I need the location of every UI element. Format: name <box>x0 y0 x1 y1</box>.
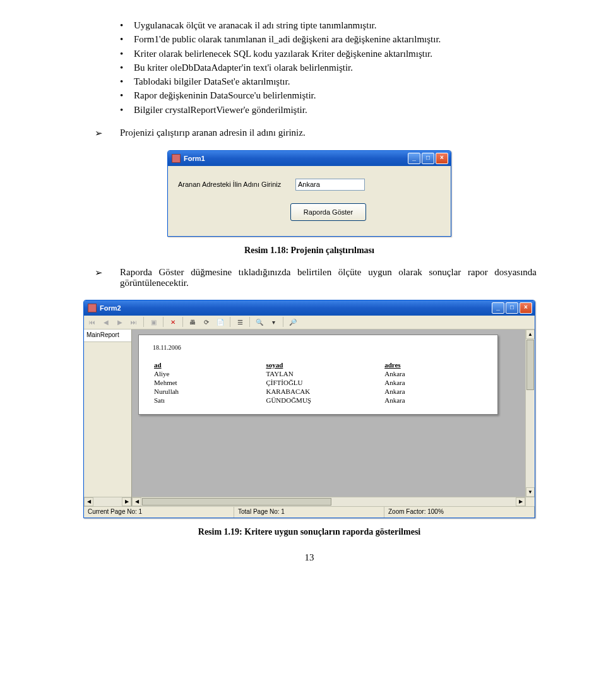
report-toolbar: ⏮ ◀ ▶ ⏭ ▣ ✕ 🖶 ⟳ 📄 ☰ 🔍 ▾ 🔎 <box>84 316 535 329</box>
last-page-icon[interactable]: ⏭ <box>128 316 140 328</box>
zoom-icon[interactable]: 🔍 <box>254 316 265 328</box>
scroll-corner <box>525 497 535 506</box>
scroll-left-icon[interactable]: ◀ <box>84 497 93 506</box>
report-area: MainReport ◀ ▶ 18.11.2006 ad soyad adres <box>84 329 535 506</box>
bullet-list: •Uygulanacak ölçüt ve aranacak il adı st… <box>120 19 537 116</box>
maximize-button[interactable]: □ <box>422 153 434 164</box>
status-current-page: Current Page No: 1 <box>84 507 234 518</box>
form1-window: Form1 _ □ × Aranan Adresteki İlin Adını … <box>167 150 451 237</box>
stop-icon[interactable]: ✕ <box>167 316 179 328</box>
minimize-button[interactable]: _ <box>492 302 504 314</box>
report-vscrollbar[interactable]: ▲ ▼ <box>525 329 535 497</box>
scroll-right-icon[interactable]: ▶ <box>516 497 525 506</box>
goto-page-icon[interactable]: ▣ <box>148 316 159 328</box>
instruction-click-button: ➢ Raporda Göster düğmesine tıkladığınızd… <box>95 267 537 288</box>
form1-titlebar[interactable]: Form1 _ □ × <box>168 151 451 166</box>
close-button[interactable]: × <box>436 153 448 164</box>
scroll-left-icon[interactable]: ◀ <box>132 497 141 506</box>
table-row: NurullahKARABACAKAnkara <box>154 388 482 395</box>
left-scrollbar[interactable]: ◀ ▶ <box>84 497 131 506</box>
main-report-tab[interactable]: MainReport <box>84 329 131 342</box>
refresh-icon[interactable]: ⟳ <box>201 316 212 328</box>
instruction-run-project: ➢ Projenizi çalıştırıp aranan adresin il… <box>95 128 537 139</box>
report-table: ad soyad adres AliyeTAYLANAnkara MehmetÇ… <box>153 360 484 405</box>
form2-window: Form2 _ □ × ⏮ ◀ ▶ ⏭ ▣ ✕ 🖶 ⟳ 📄 ☰ 🔍 ▾ 🔎 Ma… <box>83 300 535 518</box>
caption-1-19: Resim 1.19: Kritere uygun sonuçların rap… <box>82 527 537 537</box>
zoom-dropdown-icon[interactable]: ▾ <box>268 316 279 328</box>
maximize-button[interactable]: □ <box>506 302 518 314</box>
print-icon[interactable]: 🖶 <box>187 316 198 328</box>
scroll-right-icon[interactable]: ▶ <box>122 497 131 506</box>
bullet-item: •Uygulanacak ölçüt ve aranacak il adı st… <box>120 19 537 32</box>
find-icon[interactable]: 🔎 <box>287 316 299 328</box>
scroll-down-icon[interactable]: ▼ <box>526 487 535 497</box>
bullet-item: •Rapor değişkeninin DataSource'u belirle… <box>120 89 537 102</box>
bullet-item: •Bilgiler crystalReportViewer'e gönderil… <box>120 104 537 116</box>
prev-page-icon[interactable]: ◀ <box>100 316 112 328</box>
raporda-goster-button[interactable]: Raporda Göster <box>290 203 366 221</box>
form2-title: Form2 <box>100 304 490 312</box>
scroll-up-icon[interactable]: ▲ <box>526 329 535 339</box>
form2-titlebar[interactable]: Form2 _ □ × <box>84 300 535 316</box>
page-number: 13 <box>82 552 537 563</box>
minimize-button[interactable]: _ <box>408 153 420 164</box>
scroll-thumb[interactable] <box>142 498 331 506</box>
report-paper: 18.11.2006 ad soyad adres AliyeTAYLANAnk… <box>138 335 498 415</box>
table-row: MehmetÇİFTİOĞLUAnkara <box>154 379 482 386</box>
table-row: SatıGÜNDOĞMUŞAnkara <box>154 396 482 404</box>
caption-1-18: Resim 1.18: Projenin çalıştırılması <box>82 246 537 256</box>
input-label: Aranan Adresteki İlin Adını Giriniz <box>178 181 295 188</box>
scroll-thumb[interactable] <box>526 340 534 390</box>
group-tree-icon[interactable]: ☰ <box>234 316 246 328</box>
next-page-icon[interactable]: ▶ <box>114 316 126 328</box>
status-bar: Current Page No: 1 Total Page No: 1 Zoom… <box>84 506 535 518</box>
form1-title: Form1 <box>184 155 407 162</box>
table-row: AliyeTAYLANAnkara <box>154 370 482 377</box>
status-total-page: Total Page No: 1 <box>234 507 384 518</box>
status-zoom: Zoom Factor: 100% <box>384 507 535 518</box>
bullet-item: •Form1'de public olarak tanımlanan il_ad… <box>120 33 537 45</box>
arrow-icon: ➢ <box>95 128 120 139</box>
arrow-icon: ➢ <box>95 267 120 288</box>
bullet-item: •Kriter olarak belirlenecek SQL kodu yaz… <box>120 47 537 60</box>
app-icon <box>172 154 181 163</box>
il-adi-input[interactable] <box>295 179 365 191</box>
first-page-icon[interactable]: ⏮ <box>86 316 98 328</box>
close-button[interactable]: × <box>520 302 532 314</box>
figure-form1: Form1 _ □ × Aranan Adresteki İlin Adını … <box>82 150 537 237</box>
export-icon[interactable]: 📄 <box>215 316 226 328</box>
bullet-item: •Tablodaki bilgiler DataSet'e aktarılmış… <box>120 75 537 88</box>
report-hscrollbar[interactable]: ◀ ▶ <box>132 497 525 506</box>
report-date: 18.11.2006 <box>153 344 484 351</box>
bullet-item: •Bu kriter oleDbDataAdapter'in text'i ol… <box>120 61 537 74</box>
app-icon <box>88 304 97 312</box>
group-tree-panel: MainReport ◀ ▶ <box>84 329 132 506</box>
